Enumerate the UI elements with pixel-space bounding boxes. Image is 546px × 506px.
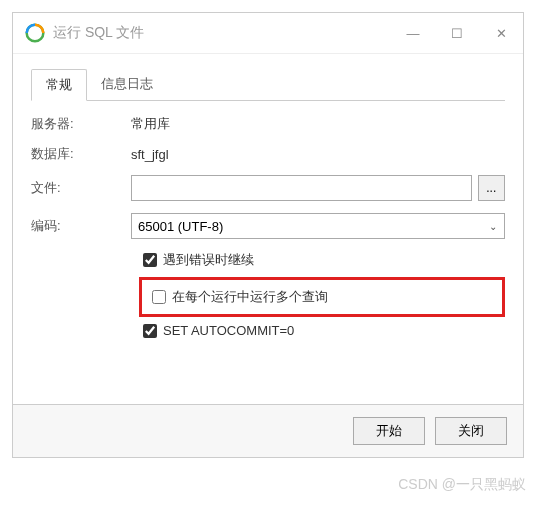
titlebar: 运行 SQL 文件 — ☐ ✕ (13, 13, 523, 54)
row-database: 数据库: sft_jfgl (31, 145, 505, 163)
checkbox-group: 遇到错误时继续 在每个运行中运行多个查询 SET AUTOCOMMIT=0 (139, 251, 505, 338)
checkbox-autocommit-label: SET AUTOCOMMIT=0 (163, 323, 294, 338)
app-icon (25, 23, 45, 43)
dialog-footer: 开始 关闭 (13, 404, 523, 457)
checkbox-continue-on-error-label: 遇到错误时继续 (163, 251, 254, 269)
close-window-button[interactable]: ✕ (491, 26, 511, 41)
tab-bar: 常规 信息日志 (31, 68, 505, 101)
label-server: 服务器: (31, 115, 131, 133)
label-encoding: 编码: (31, 217, 131, 235)
close-button[interactable]: 关闭 (435, 417, 507, 445)
highlight-annotation: 在每个运行中运行多个查询 (139, 277, 505, 317)
dialog-window: 运行 SQL 文件 — ☐ ✕ 常规 信息日志 服务器: 常用库 数据库: sf… (12, 12, 524, 458)
label-file: 文件: (31, 179, 131, 197)
checkbox-autocommit-input[interactable] (143, 324, 157, 338)
checkbox-multi-query-input[interactable] (152, 290, 166, 304)
checkbox-continue-on-error: 遇到错误时继续 (143, 251, 505, 269)
tab-messages[interactable]: 信息日志 (87, 69, 167, 101)
checkbox-autocommit: SET AUTOCOMMIT=0 (143, 323, 505, 338)
checkbox-multi-query-label: 在每个运行中运行多个查询 (172, 288, 328, 306)
checkbox-continue-on-error-input[interactable] (143, 253, 157, 267)
row-file: 文件: ... (31, 175, 505, 201)
browse-button[interactable]: ... (478, 175, 505, 201)
minimize-button[interactable]: — (403, 26, 423, 41)
label-database: 数据库: (31, 145, 131, 163)
start-button[interactable]: 开始 (353, 417, 425, 445)
window-controls: — ☐ ✕ (403, 26, 511, 41)
value-server: 常用库 (131, 115, 505, 133)
window-title: 运行 SQL 文件 (53, 24, 403, 42)
maximize-button[interactable]: ☐ (447, 26, 467, 41)
tab-general[interactable]: 常规 (31, 69, 87, 101)
row-encoding: 编码: ⌄ (31, 213, 505, 239)
encoding-select[interactable] (131, 213, 505, 239)
file-input[interactable] (131, 175, 472, 201)
value-database: sft_jfgl (131, 147, 505, 162)
checkbox-multi-query: 在每个运行中运行多个查询 (152, 288, 496, 306)
row-server: 服务器: 常用库 (31, 115, 505, 133)
dialog-content: 常规 信息日志 服务器: 常用库 数据库: sft_jfgl 文件: ... 编… (13, 54, 523, 404)
watermark: CSDN @一只黑蚂蚁 (0, 470, 546, 504)
